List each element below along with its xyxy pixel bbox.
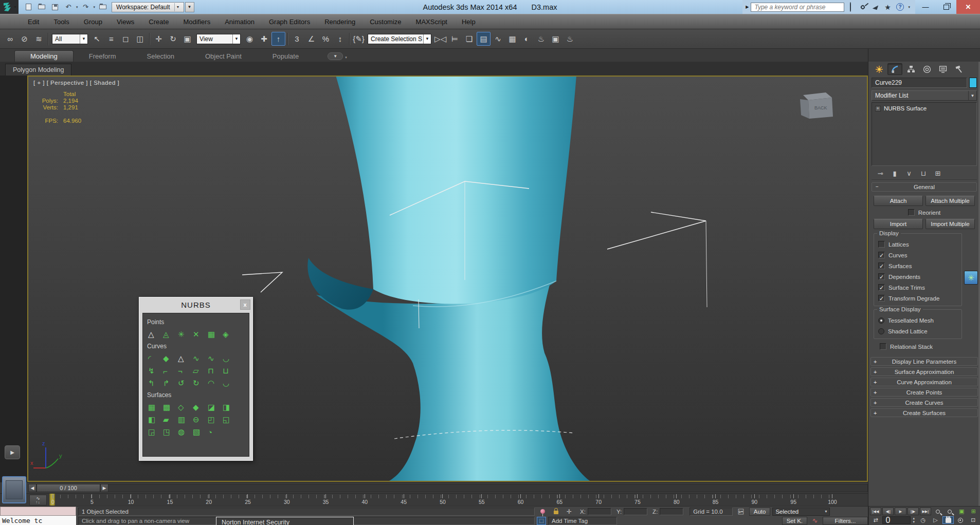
perspective-viewport[interactable]: x z y [ + ] [ Perspective ] [ Shaded ] T… (27, 76, 868, 482)
one-rail-sweep-icon[interactable]: ◲ (148, 426, 163, 438)
window-crossing-icon[interactable]: ◫ (133, 32, 147, 46)
uv-loft-surface-icon[interactable]: ◱ (223, 414, 238, 426)
object-name-field[interactable]: Curve229 (872, 78, 967, 88)
display-option-row[interactable]: Curves (878, 250, 957, 260)
display-tab[interactable] (935, 63, 950, 75)
v-iso-curve-icon[interactable]: ⊔ (223, 365, 238, 377)
set-key-button[interactable]: Set K. (782, 517, 807, 525)
curve-point-icon[interactable]: ✳ (178, 328, 193, 341)
import-button[interactable]: Import (874, 219, 923, 229)
keyboard-shortcut-override-icon[interactable]: ↑ (271, 32, 285, 46)
surface-display-option-row[interactable]: Shaded Lattice (878, 326, 957, 336)
set-keys-key-icon[interactable]: ⚿ (736, 509, 746, 514)
edit-named-selection-sets-icon[interactable]: {✎} (352, 32, 366, 46)
remove-modifier-icon[interactable]: ⊔ (917, 168, 930, 179)
object-color-swatch[interactable] (969, 78, 977, 88)
selection-lock-toggle[interactable] (550, 508, 561, 516)
mirror-curve-icon[interactable]: ↯ (148, 365, 163, 377)
time-slider-handle[interactable]: 0 / 100 (37, 484, 100, 492)
zoom-extents-all-button[interactable]: ⊞ (968, 508, 979, 515)
zoom-extents-button[interactable]: ▣ (956, 508, 967, 515)
frame-ruler[interactable]: 0510152025303540455055606570758085909510… (49, 494, 836, 506)
rollout-header[interactable]: + Surface Approximation (870, 367, 978, 376)
previous-frame-button[interactable]: ◀|| (882, 508, 894, 515)
redo-caret-icon[interactable]: ▾ (94, 5, 96, 9)
ribbon-toggle-icon[interactable]: ▤ (477, 32, 491, 46)
orbit-button[interactable] (955, 516, 966, 524)
previous-frame-button[interactable]: ◀ (28, 484, 37, 492)
menu-item[interactable]: Edit (21, 14, 46, 29)
new-file-button[interactable] (23, 2, 34, 12)
select-object-icon[interactable]: ↖ (90, 32, 104, 46)
named-selection-sets-dropdown[interactable]: Create Selection S ▼ (368, 34, 431, 44)
general-rollout-header[interactable]: − General (872, 182, 977, 192)
attach-multiple-button[interactable]: Attach Multiple (925, 196, 975, 206)
select-and-scale-icon[interactable]: ▣ (180, 32, 194, 46)
point-curve-icon[interactable]: ◆ (163, 352, 178, 365)
rollout-header[interactable]: + Create Curves (870, 398, 978, 407)
render-production-icon[interactable]: ♨ (563, 32, 577, 46)
multisided-blend-surface-icon[interactable]: ◍ (178, 426, 193, 438)
zoom-all-button[interactable] (944, 508, 955, 515)
surface-curve-intersection-point-icon[interactable]: ◈ (223, 328, 238, 341)
lathe-surface-icon[interactable]: ▰ (163, 414, 178, 426)
modify-tab[interactable] (887, 63, 902, 75)
radio-icon[interactable] (878, 328, 884, 334)
time-slider-track[interactable] (108, 484, 868, 492)
close-button[interactable]: ✕ (956, 0, 980, 14)
checkbox-icon[interactable] (878, 262, 885, 269)
transform-curve-icon[interactable]: ∿ (193, 352, 208, 365)
maximize-button[interactable] (936, 0, 956, 14)
vector-projected-curve-icon[interactable]: ↱ (163, 377, 178, 389)
surface-surface-intersection-curve-icon[interactable]: ▱ (193, 365, 208, 377)
menu-item[interactable]: Help (455, 14, 483, 29)
ribbon-tab[interactable]: Selection (132, 51, 190, 62)
next-frame-button[interactable]: ||▶ (908, 508, 919, 515)
key-mode-toggle[interactable]: ⇄ (870, 516, 881, 524)
select-by-name-icon[interactable]: ≡ (104, 32, 118, 46)
ribbon-tab[interactable]: Freeform (74, 51, 132, 62)
pan-view-button[interactable] (942, 516, 954, 524)
ruled-surface-icon[interactable]: ▥ (178, 414, 193, 426)
u-iso-curve-icon[interactable]: ⊓ (208, 365, 223, 377)
curve-curve-intersection-point-icon[interactable]: ✕ (193, 328, 208, 341)
close-icon[interactable]: x (240, 299, 250, 310)
favorites-button[interactable]: ★ (881, 2, 894, 12)
radio-icon[interactable] (878, 317, 884, 324)
ribbon-tab[interactable]: Object Paint (190, 51, 257, 62)
search-icon[interactable] (844, 2, 857, 12)
display-option-row[interactable]: Dependents (878, 271, 957, 282)
reference-coordinate-system-dropdown[interactable]: View ▼ (196, 34, 241, 44)
communication-center-icon[interactable] (869, 2, 881, 12)
polygon-modeling-panel-tab[interactable]: Polygon Modeling (5, 64, 71, 76)
fillet-curve-icon[interactable]: ¬ (178, 365, 193, 377)
checkbox-icon[interactable] (878, 252, 885, 258)
motion-tab[interactable] (919, 63, 934, 75)
selection-lock-pin-button[interactable] (537, 508, 548, 516)
minimize-button[interactable]: — (915, 0, 936, 14)
display-option-row[interactable]: Surfaces (878, 260, 957, 271)
go-to-end-button[interactable]: ▶▶| (920, 508, 931, 515)
blend-curve-icon[interactable]: ∿ (208, 352, 223, 365)
surface-display-option-row[interactable]: Tessellated Mesh (878, 315, 957, 326)
align-icon[interactable]: ⊨ (448, 32, 462, 46)
cv-surface-icon[interactable]: ▦ (148, 401, 163, 414)
z-coordinate-field[interactable] (660, 508, 683, 515)
modifier-stack[interactable]: + NURBS Surface (872, 102, 977, 166)
checkbox-icon[interactable] (878, 284, 885, 291)
current-frame-field[interactable]: 0 (882, 516, 910, 524)
rectangular-selection-region-icon[interactable]: ◻ (119, 32, 133, 46)
curve-editor-icon[interactable]: ∿ (491, 32, 505, 46)
key-filters-curve-icon[interactable]: ∿ (809, 517, 821, 524)
offset-curve-icon[interactable]: ◡ (223, 352, 238, 365)
field-of-view-button[interactable]: ▷ (930, 516, 941, 524)
create-tab[interactable] (872, 63, 886, 75)
key-selection-dropdown[interactable]: Selected ▼ (772, 508, 830, 516)
open-file-button[interactable] (36, 2, 47, 12)
mirror-surface-icon[interactable]: ◨ (223, 401, 238, 414)
rollout-header[interactable]: + Create Surfaces (870, 408, 978, 417)
display-option-row[interactable]: Surface Trims (878, 282, 957, 293)
zoom-button[interactable] (932, 508, 943, 515)
cv-curve-icon[interactable]: ◜ (148, 352, 163, 365)
offset-surface-icon[interactable]: ◪ (208, 401, 223, 414)
